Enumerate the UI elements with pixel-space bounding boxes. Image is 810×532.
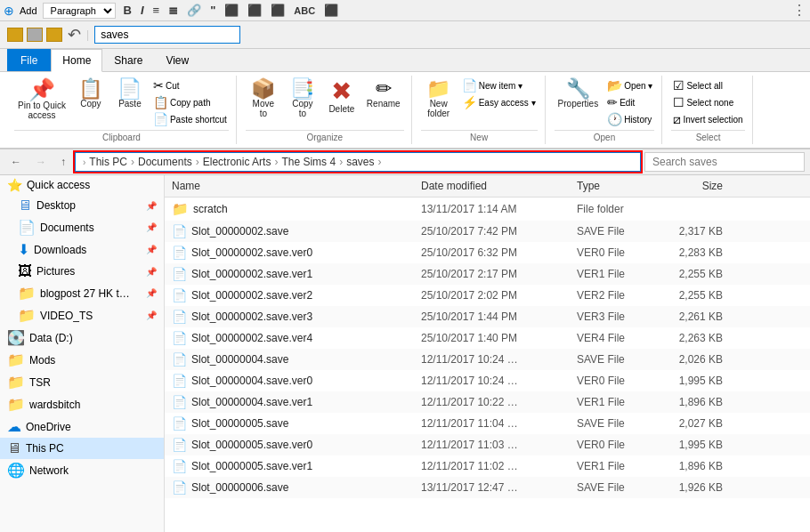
quick-access-label: Quick access [27,179,90,191]
sidebar-item-downloads[interactable]: ⬇ Downloads 📌 [0,238,164,261]
cut-icon: ✂ [153,78,164,93]
copy-path-button[interactable]: 📋 Copy path [151,94,229,110]
sidebar-item-tsr[interactable]: 📁 TSR [0,371,164,393]
file-size: 2,283 KB [659,245,730,261]
back-button[interactable]: ← [5,153,27,171]
file-date: 12/11/2017 11:03 … [414,437,570,453]
table-row[interactable]: 📄 Slot_00000004.save.ver1 12/11/2017 10:… [165,391,810,413]
file-name: 📄 Slot_00000002.save.ver1 [165,265,414,283]
quote-icon[interactable]: " [207,3,218,18]
abc-icon[interactable]: ABC [291,4,318,17]
more-options-icon[interactable]: ⋮ [792,2,806,19]
pin-to-quick-access-button[interactable]: 📌 Pin to Quickaccess [14,77,69,122]
file-icon: 📄 [172,395,187,409]
properties-button[interactable]: 🔧 Properties [555,77,603,110]
tab-view[interactable]: View [154,49,200,71]
forward-button[interactable]: → [30,153,52,171]
sidebar-item-data-d[interactable]: 💽 Data (D:) [0,326,164,349]
tsr-icon: 📁 [7,374,25,391]
paste-button[interactable]: 📄 Paste [112,77,148,110]
ordered-list-icon[interactable]: ≣ [166,3,181,18]
table-row[interactable]: 📄 Slot_00000002.save.ver1 25/10/2017 2:1… [165,263,810,285]
move-to-button[interactable]: 📦 Moveto [246,77,281,120]
column-type[interactable]: Type [570,178,659,194]
add-label[interactable]: Add [20,5,37,16]
copy-icon: 📋 [78,79,102,99]
select-none-icon: ☐ [673,95,684,109]
italic-icon[interactable]: I [138,3,147,18]
easy-access-button[interactable]: ⚡ Easy access ▾ [460,94,538,110]
link-icon[interactable]: 🔗 [184,3,204,18]
path-documents[interactable]: Documents [138,156,192,168]
path-electronic-arts[interactable]: Electronic Arts [203,156,271,168]
table-row[interactable]: 📁 scratch 13/11/2017 1:14 AM File folder [165,197,810,221]
table-row[interactable]: 📄 Slot_00000004.save 12/11/2017 10:24 … … [165,349,810,370]
rename-button[interactable]: ✏ Rename [363,77,404,110]
search-input[interactable] [644,152,805,172]
address-path[interactable]: › This PC › Documents › Electronic Arts … [75,152,641,172]
organize-label: Organize [246,130,404,142]
select-all-button[interactable]: ☑ Select all [671,77,744,93]
paste-shortcut-button[interactable]: 📄 Paste shortcut [151,111,229,127]
table-row[interactable]: 📄 Slot_00000005.save 12/11/2017 11:04 … … [165,413,810,434]
bold-icon[interactable]: B [121,3,134,18]
align-left-icon[interactable]: ⬛ [222,3,241,18]
pin-icon: 📌 [28,79,55,101]
tab-share[interactable]: Share [102,49,154,71]
align-center-icon[interactable]: ⬛ [245,3,264,18]
invert-selection-button[interactable]: ⧄ Invert selection [671,111,744,128]
table-row[interactable]: 📄 Slot_00000005.save.ver1 12/11/2017 11:… [165,455,810,477]
open-button[interactable]: 📂 Open ▾ [605,77,654,93]
network-label: Network [29,464,69,477]
table-row[interactable]: 📄 Slot_00000005.save.ver0 12/11/2017 11:… [165,434,810,455]
column-size[interactable]: Size [659,178,730,194]
paragraph-dropdown[interactable]: Paragraph [43,3,116,19]
delete-button[interactable]: ✖ Delete [324,77,360,116]
path-the-sims-4[interactable]: The Sims 4 [281,156,336,168]
sidebar-item-wardsbitch[interactable]: 📁 wardsbitch [0,393,164,415]
cut-button[interactable]: ✂ Cut [151,77,229,93]
table-row[interactable]: 📄 Slot_00000002.save.ver3 25/10/2017 1:4… [165,306,810,327]
columns-icon[interactable]: ⬛ [321,3,341,18]
column-date[interactable]: Date modified [414,178,570,194]
sidebar-item-network[interactable]: 🌐 Network [0,459,164,481]
copy-to-button[interactable]: 📑 Copyto [285,77,320,120]
paste-icon: 📄 [117,79,142,99]
new-folder-icon: 📁 [426,79,450,99]
copy-button[interactable]: 📋 Copy [73,77,109,110]
file-date: 13/11/2017 1:14 AM [414,201,570,217]
file-size: 2,255 KB [659,266,730,282]
sidebar-item-documents[interactable]: 📄 Documents 📌 [0,216,164,238]
properties-icon: 🔧 [566,79,590,99]
tab-home[interactable]: Home [51,49,102,72]
column-name[interactable]: Name [165,178,414,194]
sidebar-item-blogpost[interactable]: 📁 blogpost 27 HK t… 📌 [0,282,164,304]
tab-file[interactable]: File [7,49,51,71]
title-input[interactable] [94,26,240,44]
table-row[interactable]: 📄 Slot_00000002.save.ver4 25/10/2017 1:4… [165,327,810,349]
sidebar-item-this-pc[interactable]: 🖥 This PC [0,438,164,459]
align-right-icon[interactable]: ⬛ [268,3,288,18]
new-item-button[interactable]: 📄 New item ▾ [460,77,538,93]
up-button[interactable]: ↑ [55,153,71,171]
sidebar-item-desktop[interactable]: 🖥 Desktop 📌 [0,195,164,216]
table-row[interactable]: 📄 Slot_00000004.save.ver0 12/11/2017 10:… [165,370,810,391]
table-row[interactable]: 📄 Slot_00000002.save.ver2 25/10/2017 2:0… [165,285,810,306]
history-button[interactable]: 🕐 History [605,111,654,127]
edit-button[interactable]: ✏ Edit [605,94,654,110]
table-row[interactable]: 📄 Slot_00000002.save.ver0 25/10/2017 6:3… [165,242,810,263]
select-none-button[interactable]: ☐ Select none [671,94,744,110]
undo-button[interactable]: ↶ [68,25,81,44]
path-this-pc[interactable]: This PC [89,156,127,168]
new-folder-button[interactable]: 📁 Newfolder [421,77,457,120]
sidebar-item-mods[interactable]: 📁 Mods [0,349,164,371]
sidebar-item-video-ts[interactable]: 📁 VIDEO_TS 📌 [0,304,164,326]
table-row[interactable]: 📄 Slot_00000002.save 25/10/2017 7:42 PM … [165,221,810,242]
invert-icon: ⧄ [673,112,681,127]
open-icon: 📂 [607,78,622,93]
file-list: Name Date modified Type Size 📁 scratch 1… [165,175,810,532]
path-saves[interactable]: saves [346,156,374,168]
table-row[interactable]: 📄 Slot_00000006.save 13/11/2017 12:47 … … [165,477,810,498]
list-icon[interactable]: ≡ [150,3,163,18]
sidebar-item-pictures[interactable]: 🖼 Pictures 📌 [0,261,164,282]
